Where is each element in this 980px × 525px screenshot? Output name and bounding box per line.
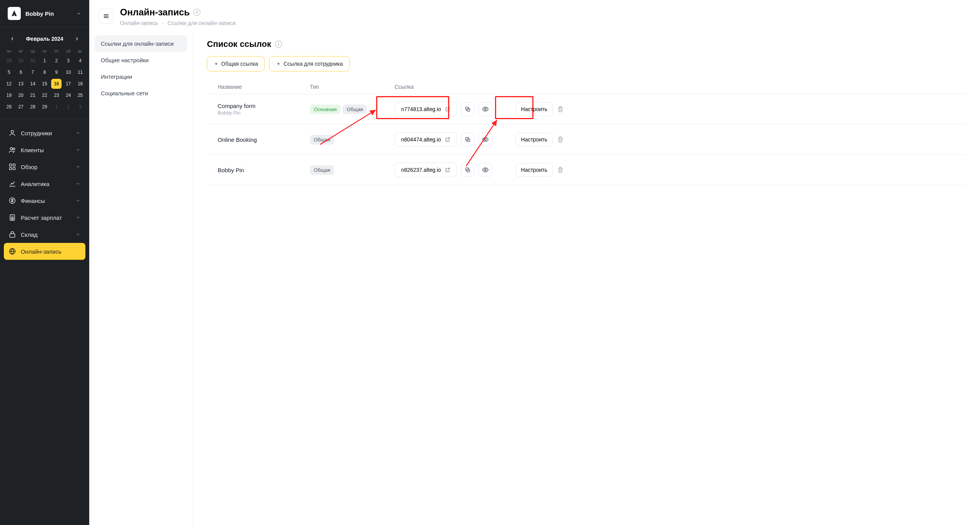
copy-button[interactable] <box>461 163 475 177</box>
link-name: Bobby Pin <box>218 167 310 173</box>
nav-label: Клиенты <box>21 147 44 153</box>
link-url: n826237.alteg.io <box>401 167 441 173</box>
sidebar: Bobby Pin Февраль 2024 пнвтсрчтптсбвс 29… <box>0 0 89 525</box>
cal-day[interactable]: 31 <box>28 56 38 66</box>
cal-day[interactable]: 2 <box>51 56 62 66</box>
cal-day[interactable]: 8 <box>40 67 50 77</box>
nav-item-globe[interactable]: Онлайн-запись <box>4 243 85 260</box>
cal-prev[interactable] <box>8 34 17 43</box>
info-icon[interactable]: i <box>193 9 200 16</box>
cal-day[interactable]: 1 <box>40 56 50 66</box>
table-row: Bobby PinОбщаяn826237.alteg.ioНастроить <box>207 155 966 185</box>
nav-label: Сотрудники <box>21 130 52 136</box>
badge-gray: Общая <box>310 165 334 175</box>
settings-button[interactable]: Настроить <box>515 102 553 116</box>
cal-dow: вт <box>16 47 26 56</box>
nav-item-lock[interactable]: Склад <box>4 226 85 243</box>
chevron-down-icon <box>75 232 81 237</box>
nav-item-chart[interactable]: Аналитика <box>4 175 85 192</box>
cal-day[interactable]: 19 <box>4 90 14 100</box>
nav-item-calc[interactable]: Расчет зарплат <box>4 209 85 226</box>
cal-day[interactable]: 12 <box>4 79 14 89</box>
panel-title-text: Список ссылок <box>207 39 271 49</box>
cal-day[interactable]: 17 <box>63 79 73 89</box>
table-row: Online BookingОбщаяn804474.alteg.ioНастр… <box>207 125 966 155</box>
subnav-item[interactable]: Общие настройки <box>95 52 187 68</box>
topbar: Онлайн-запись i Онлайн-запись › Ссылки д… <box>89 0 980 31</box>
cal-day[interactable]: 20 <box>16 90 26 100</box>
subnav-item[interactable]: Ссылки для онлайн-записи <box>95 35 187 52</box>
copy-button[interactable] <box>461 133 475 146</box>
add-staff-link-button[interactable]: ＋ Ссылка для сотрудника <box>269 56 349 71</box>
cal-day[interactable]: 5 <box>4 67 14 77</box>
copy-button[interactable] <box>461 102 475 116</box>
crumb-1[interactable]: Онлайн-запись <box>120 20 158 26</box>
cal-day[interactable]: 30 <box>16 56 26 66</box>
nav-item-dollar[interactable]: Финансы <box>4 192 85 209</box>
main: Онлайн-запись i Онлайн-запись › Ссылки д… <box>89 0 980 525</box>
cal-day[interactable]: 22 <box>40 90 50 100</box>
cal-day[interactable]: 29 <box>40 102 50 112</box>
cal-day[interactable]: 16 <box>51 79 62 89</box>
cal-next[interactable] <box>72 34 82 43</box>
cal-day[interactable]: 4 <box>75 56 85 66</box>
preview-button[interactable] <box>478 163 492 177</box>
info-icon[interactable]: i <box>275 41 282 48</box>
cal-day[interactable]: 11 <box>75 67 85 77</box>
chevron-down-icon <box>75 215 81 220</box>
link-open-button[interactable]: n804474.alteg.io <box>395 132 457 147</box>
cal-day[interactable]: 25 <box>75 90 85 100</box>
link-open-button[interactable]: n774813.alteg.io <box>395 102 457 116</box>
preview-button[interactable] <box>478 133 492 146</box>
add-shared-link-button[interactable]: ＋ Общая ссылка <box>207 56 265 71</box>
preview-button[interactable] <box>478 102 492 116</box>
burger-button[interactable] <box>98 8 114 24</box>
cal-day[interactable]: 29 <box>4 56 14 66</box>
people-icon <box>8 146 16 154</box>
settings-button[interactable]: Настроить <box>515 133 553 146</box>
cal-day[interactable]: 21 <box>28 90 38 100</box>
link-url: n774813.alteg.io <box>401 106 441 112</box>
cal-day[interactable]: 28 <box>28 102 38 112</box>
cal-day[interactable]: 24 <box>63 90 73 100</box>
table-row: Company formBobby PinОсновнаяОбщаяn77481… <box>207 94 966 125</box>
cal-day[interactable]: 23 <box>51 90 62 100</box>
chevron-down-icon <box>76 11 82 16</box>
brand-switcher[interactable]: Bobby Pin <box>0 0 89 27</box>
cal-day[interactable]: 9 <box>51 67 62 77</box>
cal-dow: чт <box>40 47 50 56</box>
nav-item-people[interactable]: Клиенты <box>4 141 85 158</box>
badges: Общая <box>310 165 395 175</box>
settings-button[interactable]: Настроить <box>515 163 553 177</box>
cal-day[interactable]: 15 <box>40 79 50 89</box>
cal-dow: вс <box>75 47 85 56</box>
cal-day[interactable]: 7 <box>28 67 38 77</box>
chart-icon <box>8 180 16 188</box>
cal-day[interactable]: 14 <box>28 79 38 89</box>
cal-day[interactable]: 13 <box>16 79 26 89</box>
nav-item-grid[interactable]: Обзор <box>4 158 85 175</box>
cal-day[interactable]: 3 <box>63 56 73 66</box>
delete-button[interactable] <box>557 166 564 173</box>
grid-icon <box>8 163 16 171</box>
cal-dow: ср <box>28 47 38 56</box>
panel-title: Список ссылок i <box>207 39 966 49</box>
cal-day[interactable]: 18 <box>75 79 85 89</box>
link-open-button[interactable]: n826237.alteg.io <box>395 163 457 177</box>
cal-day[interactable]: 2 <box>63 102 73 112</box>
subnav-item[interactable]: Интеграции <box>95 68 187 85</box>
panel: Список ссылок i ＋ Общая ссылка ＋ Ссылка … <box>193 31 980 525</box>
cal-day[interactable]: 6 <box>16 67 26 77</box>
col-link: Ссылка <box>395 84 955 90</box>
plus-icon: ＋ <box>276 60 281 67</box>
delete-button[interactable] <box>557 106 564 113</box>
delete-button[interactable] <box>557 136 564 143</box>
cal-day[interactable]: 27 <box>16 102 26 112</box>
subnav-item[interactable]: Социальные сети <box>95 85 187 101</box>
cal-day[interactable]: 3 <box>75 102 85 112</box>
cal-day[interactable]: 1 <box>51 102 62 112</box>
nav-item-users[interactable]: Сотрудники <box>4 125 85 141</box>
cal-day[interactable]: 26 <box>4 102 14 112</box>
calendar-widget: Февраль 2024 пнвтсрчтптсбвс 293031123456… <box>0 27 89 119</box>
cal-day[interactable]: 10 <box>63 67 73 77</box>
